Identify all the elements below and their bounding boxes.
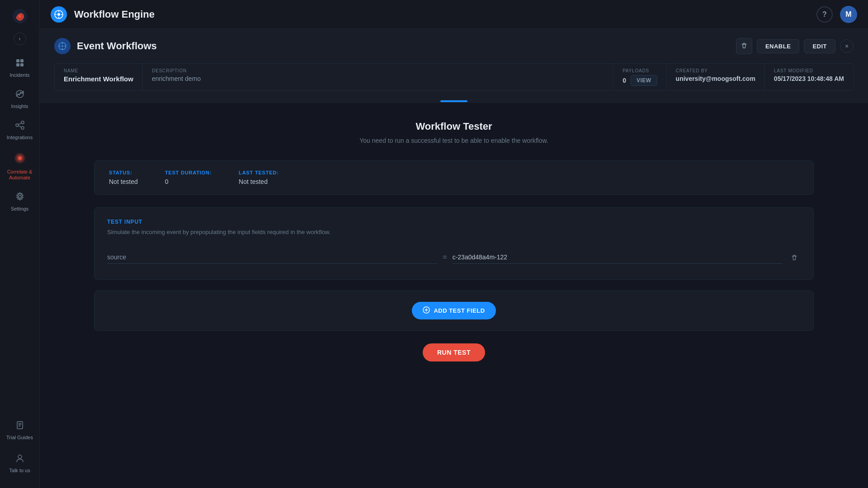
test-duration-label: TEST DURATION: — [165, 170, 212, 175]
field-value-input[interactable] — [453, 251, 783, 264]
delete-button[interactable] — [736, 38, 752, 54]
svg-point-29 — [61, 45, 63, 47]
meta-last-modified-label: LAST MODIFIED — [774, 68, 844, 73]
sidebar-item-label: Integrations — [7, 135, 33, 141]
sidebar-item-talk-to-us[interactable]: Talk to us — [2, 449, 38, 478]
test-input-label: TEST INPUT — [107, 219, 801, 225]
help-button[interactable]: ? — [816, 6, 833, 23]
sidebar-item-label: Settings — [11, 206, 29, 212]
add-test-field-label: ADD TEST FIELD — [434, 307, 485, 314]
close-icon: × — [845, 42, 849, 50]
incidents-icon — [15, 58, 25, 70]
close-button[interactable]: × — [840, 39, 854, 53]
topbar: Workflow Engine ? M — [40, 0, 868, 29]
svg-rect-4 — [16, 63, 19, 66]
edit-button[interactable]: EDIT — [804, 39, 835, 53]
svg-point-16 — [19, 195, 21, 198]
plus-circle-icon — [423, 306, 430, 315]
meta-payloads-count: 0 — [623, 77, 626, 84]
workflow-tester-container: Workflow Tester You need to run a succes… — [40, 103, 868, 380]
svg-point-30 — [62, 43, 63, 44]
svg-point-8 — [21, 121, 24, 124]
workflow-metadata: NAME Enrichment Workflow DESCRIPTION enr… — [54, 63, 854, 91]
status-bar: STATUS: Not tested TEST DURATION: 0 LAST… — [94, 160, 814, 195]
meta-payloads-section: PAYLOADS 0 VIEW — [613, 64, 666, 90]
content-area: Event Workflows ENABLE EDIT × — [40, 29, 868, 488]
main-content: Workflow Engine ? M — [40, 0, 868, 488]
svg-point-1 — [19, 15, 21, 18]
meta-description-section: DESCRIPTION enrichment demo — [143, 64, 613, 90]
workflow-tester-title: Workflow Tester — [94, 121, 814, 132]
meta-created-by-label: CREATED BY — [676, 68, 755, 73]
sidebar-item-correlate[interactable]: Correlate & Automate — [2, 147, 38, 185]
event-workflows-icon — [54, 38, 71, 54]
svg-point-23 — [57, 13, 60, 16]
meta-description-value: enrichment demo — [152, 75, 604, 82]
insights-icon — [15, 89, 25, 102]
sidebar-item-insights[interactable]: Insights — [2, 84, 38, 114]
sidebar-item-label: Incidents — [9, 72, 29, 78]
last-tested-label: LAST TESTED: — [239, 170, 278, 175]
integrations-icon — [15, 120, 25, 133]
status-section: STATUS: Not tested — [109, 170, 138, 185]
status-value: Not tested — [109, 178, 138, 185]
chevron-right-icon: › — [19, 36, 21, 42]
meta-name-value: Enrichment Workflow — [64, 75, 133, 83]
sidebar-item-settings[interactable]: Settings — [2, 187, 38, 216]
add-test-field-button[interactable]: ADD TEST FIELD — [412, 302, 495, 319]
workflow-engine-icon — [51, 6, 67, 23]
page-title: Workflow Engine — [74, 9, 155, 20]
add-test-field-section: ADD TEST FIELD — [94, 291, 814, 331]
meta-last-modified-section: LAST MODIFIED 05/17/2023 10:48:48 AM — [765, 64, 853, 90]
sidebar-item-trial-guides[interactable]: Trial Guides — [2, 416, 38, 445]
last-tested-section: LAST TESTED: Not tested — [239, 170, 278, 185]
user-avatar[interactable]: M — [840, 6, 857, 23]
event-workflows-panel: Event Workflows ENABLE EDIT × — [40, 29, 868, 100]
meta-payloads-value-row: 0 VIEW — [623, 75, 657, 86]
event-workflows-title: Event Workflows — [77, 40, 157, 52]
sidebar-item-label: Correlate & Automate — [7, 169, 33, 181]
correlate-icon — [14, 152, 26, 167]
workflow-tester-subtitle: You need to run a successful test to be … — [94, 137, 814, 144]
help-icon: ? — [822, 10, 827, 19]
app-logo[interactable] — [11, 7, 29, 25]
sidebar-bottom: Trial Guides Talk to us — [2, 415, 38, 484]
sidebar-item-label: Talk to us — [9, 468, 30, 474]
test-input-section: TEST INPUT Simulate the incoming event b… — [94, 207, 814, 280]
run-test-button[interactable]: RUN TEST — [423, 343, 485, 361]
settings-icon — [15, 192, 25, 204]
svg-point-33 — [65, 46, 66, 47]
svg-rect-5 — [20, 63, 24, 66]
svg-line-11 — [19, 126, 21, 127]
svg-point-31 — [62, 48, 63, 50]
svg-rect-17 — [17, 422, 23, 429]
status-label: STATUS: — [109, 170, 138, 175]
meta-created-by-value: university@moogsoft.com — [676, 75, 755, 82]
sidebar-item-label: Insights — [11, 103, 28, 109]
svg-point-7 — [16, 124, 19, 127]
svg-rect-3 — [20, 59, 24, 62]
field-delete-button[interactable] — [788, 251, 801, 264]
test-field-row: = — [107, 246, 801, 268]
sidebar-item-label: Trial Guides — [6, 435, 33, 441]
view-payloads-button[interactable]: VIEW — [631, 75, 657, 86]
sidebar: › Incidents Insights — [0, 0, 40, 488]
field-key-input[interactable] — [107, 251, 437, 264]
svg-point-9 — [21, 127, 24, 129]
svg-line-10 — [19, 123, 21, 125]
test-duration-value: 0 — [165, 178, 212, 185]
field-equals-sign: = — [443, 253, 447, 262]
avatar-label: M — [845, 10, 851, 19]
enable-button[interactable]: ENABLE — [757, 39, 799, 53]
meta-payloads-label: PAYLOADS — [623, 68, 657, 73]
delete-icon — [741, 42, 748, 51]
active-tab-indicator — [440, 100, 467, 102]
sidebar-expand-button[interactable]: › — [14, 33, 26, 45]
meta-created-by-section: CREATED BY university@moogsoft.com — [667, 64, 765, 90]
meta-description-label: DESCRIPTION — [152, 68, 604, 73]
sidebar-item-integrations[interactable]: Integrations — [2, 116, 38, 145]
test-duration-section: TEST DURATION: 0 — [165, 170, 212, 185]
test-input-description: Simulate the incoming event by prepopula… — [107, 229, 801, 235]
last-tested-value: Not tested — [239, 178, 278, 185]
sidebar-item-incidents[interactable]: Incidents — [2, 53, 38, 83]
